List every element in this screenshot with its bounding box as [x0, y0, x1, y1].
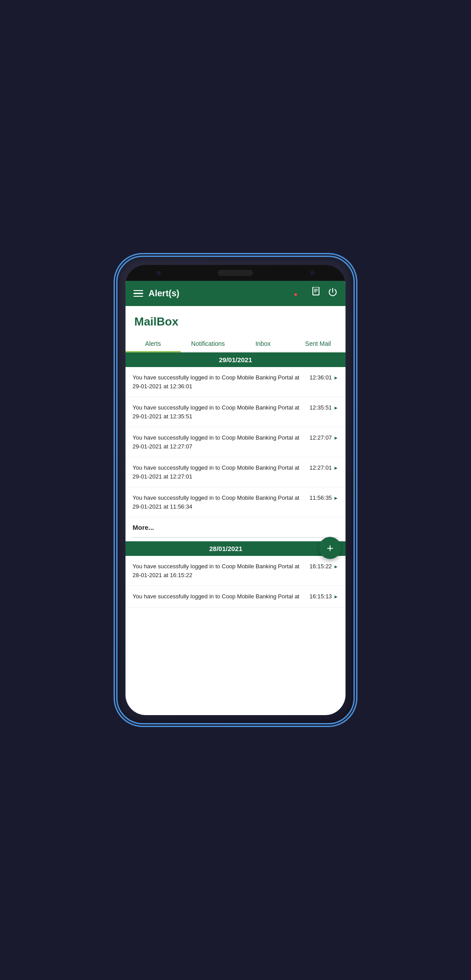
document-icon[interactable]: [312, 290, 322, 299]
alert-message: You have successfully logged in to Coop …: [133, 373, 310, 390]
alert-message: You have successfully logged in to Coop …: [133, 463, 310, 481]
alert-item[interactable]: You have successfully logged in to Coop …: [125, 487, 346, 517]
alert-time: 16:15:13: [310, 593, 332, 600]
alert-message: You have successfully logged in to Coop …: [133, 494, 310, 511]
header-left: Alert(s): [133, 288, 179, 299]
alert-time: 12:35:51: [310, 404, 332, 411]
tab-alerts[interactable]: Alerts: [125, 336, 181, 352]
page-title: MailBox: [125, 306, 346, 336]
alert-time-wrap: 11:56:35 ►: [310, 494, 339, 501]
alert-time-wrap: 12:27:01 ►: [310, 463, 339, 471]
svg-rect-0: [313, 287, 319, 295]
tab-bar: Alerts Notifications Inbox Sent Mail: [125, 336, 346, 352]
date-section-1: 29/01/2021: [125, 352, 346, 367]
main-content: MailBox Alerts Notifications Inbox Sent …: [125, 306, 346, 715]
alert-time: 16:15:22: [310, 563, 332, 570]
alert-item[interactable]: You have successfully logged in to Coop …: [125, 367, 346, 397]
alert-message: You have successfully logged in to Coop …: [133, 562, 310, 579]
screen: Alert(s): [125, 281, 346, 715]
arrow-right-icon: ►: [334, 495, 338, 501]
camera-dot-left: [156, 271, 161, 275]
section-divider: [133, 537, 338, 538]
notch-bar: [125, 265, 346, 281]
alert-time: 12:27:01: [310, 464, 332, 471]
alert-message: You have successfully logged in to Coop …: [133, 403, 310, 421]
arrow-right-icon: ►: [334, 465, 338, 471]
arrow-right-icon: ►: [334, 594, 338, 599]
alerts-list-2: You have successfully logged in to Coop …: [125, 556, 346, 608]
date-section-2: 28/01/2021 +: [125, 541, 346, 556]
alert-item[interactable]: You have successfully logged in to Coop …: [125, 586, 346, 608]
alert-time: 12:27:07: [310, 434, 332, 441]
arrow-right-icon: ►: [334, 375, 338, 380]
alert-item[interactable]: You have successfully logged in to Coop …: [125, 457, 346, 487]
app-header: Alert(s): [125, 281, 346, 306]
power-icon[interactable]: [328, 287, 338, 299]
tab-notifications[interactable]: Notifications: [181, 336, 236, 352]
alert-time-wrap: 16:15:22 ►: [310, 562, 339, 570]
menu-button[interactable]: [133, 290, 143, 297]
alert-time-wrap: 12:27:07 ►: [310, 433, 339, 441]
speaker: [218, 270, 253, 276]
more-link[interactable]: More...: [125, 517, 346, 534]
arrow-right-icon: ►: [334, 435, 338, 440]
alert-time: 11:56:35: [310, 494, 332, 501]
phone-inner: Alert(s): [125, 265, 346, 715]
arrow-right-icon: ►: [334, 405, 338, 410]
fab-button[interactable]: +: [319, 537, 341, 559]
header-title: Alert(s): [148, 288, 179, 299]
alert-item[interactable]: You have successfully logged in to Coop …: [125, 427, 346, 457]
date-header-2: 28/01/2021: [125, 541, 346, 556]
date-header-1: 29/01/2021: [125, 352, 346, 367]
alerts-list-1: You have successfully logged in to Coop …: [125, 367, 346, 517]
alert-item[interactable]: You have successfully logged in to Coop …: [125, 556, 346, 586]
header-right: [312, 287, 338, 300]
alert-message: You have successfully logged in to Coop …: [133, 433, 310, 451]
tab-inbox[interactable]: Inbox: [236, 336, 291, 352]
notification-dot: [294, 293, 297, 296]
arrow-right-icon: ►: [334, 564, 338, 569]
camera-dot-right: [310, 271, 315, 275]
alert-time-wrap: 16:15:13 ►: [310, 592, 339, 600]
phone-frame: Alert(s): [116, 256, 355, 724]
alert-time-wrap: 12:35:51 ►: [310, 403, 339, 411]
alert-time: 12:36:01: [310, 374, 332, 381]
tab-sent-mail[interactable]: Sent Mail: [291, 336, 346, 352]
alert-message: You have successfully logged in to Coop …: [133, 592, 310, 601]
alert-time-wrap: 12:36:01 ►: [310, 373, 339, 381]
alert-item[interactable]: You have successfully logged in to Coop …: [125, 397, 346, 427]
